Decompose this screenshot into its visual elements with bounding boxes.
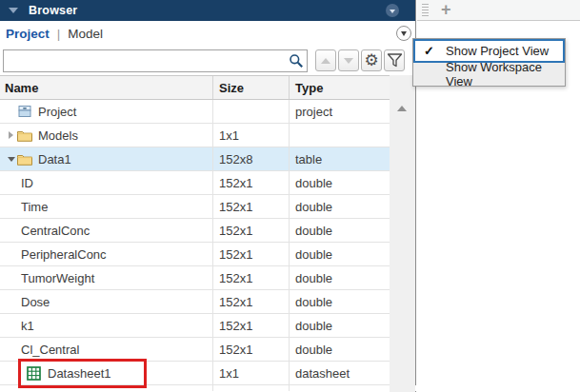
size-cell: 152x1 <box>213 290 290 313</box>
size-cell: 152x1 <box>213 338 290 361</box>
browser-panel: Browser Project | Model ⚙ <box>0 0 416 392</box>
search-box <box>3 49 308 72</box>
partial-row <box>0 385 416 391</box>
chevron-down-icon <box>401 31 407 36</box>
table-row[interactable]: Project project <box>0 100 390 124</box>
table-row[interactable]: Models 1x1 <box>0 124 390 147</box>
table-row[interactable]: Data1 152x8 table <box>0 147 390 171</box>
name-cell: TumorWeight <box>0 266 213 289</box>
drag-grip-icon[interactable] <box>422 4 429 16</box>
folder-icon <box>17 129 33 142</box>
name-cell: k1 <box>0 314 213 337</box>
row-name: PeripheralConc <box>21 247 107 262</box>
filter-icon <box>387 52 403 69</box>
search-icon <box>289 53 304 69</box>
tab-separator: | <box>57 27 61 41</box>
add-tab-button[interactable]: + <box>441 1 451 18</box>
arrow-down-icon <box>344 58 353 64</box>
tab-project[interactable]: Project <box>6 27 50 41</box>
row-name: Time <box>21 200 48 214</box>
type-cell: double <box>290 171 390 194</box>
checkmark-icon: ✓ <box>424 44 446 58</box>
project-icon <box>17 105 33 118</box>
row-name: Data1 <box>38 152 71 167</box>
size-cell: 152x1 <box>213 266 290 289</box>
type-cell: double <box>290 266 390 289</box>
view-options-dropdown-button[interactable] <box>396 26 411 41</box>
size-cell: 152x8 <box>213 147 290 170</box>
size-cell: 152x1 <box>213 195 290 218</box>
folder-icon <box>17 153 33 166</box>
type-cell: double <box>290 195 390 218</box>
table-row[interactable]: CentralConc 152x1 double <box>0 219 390 243</box>
search-input[interactable] <box>3 49 308 72</box>
table-row[interactable]: Dose 152x1 double <box>0 290 390 314</box>
name-cell: CentralConc <box>0 219 213 242</box>
name-cell: Cl_Central <box>0 338 213 361</box>
expand-arrow-icon[interactable] <box>9 131 13 139</box>
table-row[interactable]: Datasheet1 1x1 datasheet <box>0 362 390 385</box>
menu-item[interactable]: Show Workspace View <box>413 63 565 86</box>
scroll-up-icon[interactable] <box>397 106 407 111</box>
move-down-button[interactable] <box>338 49 359 71</box>
row-name: Cl_Central <box>21 343 79 357</box>
size-cell: 1x1 <box>213 362 290 384</box>
type-cell: double <box>290 290 390 313</box>
panel-menu-button[interactable] <box>386 4 399 17</box>
row-name: Datasheet1 <box>48 366 111 381</box>
filter-button[interactable] <box>384 49 405 71</box>
name-cell: PeripheralConc <box>0 243 213 265</box>
expander-slot <box>5 157 17 162</box>
table-row[interactable]: ID 152x1 double <box>0 171 390 195</box>
panel-title: Browser <box>29 4 77 17</box>
type-cell: project <box>290 100 390 123</box>
tab-model[interactable]: Model <box>68 27 103 41</box>
column-header-size[interactable]: Size <box>213 76 290 99</box>
arrow-up-icon <box>321 58 330 64</box>
menu-item-label: Show Project View <box>446 44 549 58</box>
type-cell: double <box>290 338 390 361</box>
size-cell: 152x1 <box>213 171 290 194</box>
row-name: k1 <box>21 319 34 333</box>
name-cell: Datasheet1 <box>0 362 213 384</box>
name-cell: Project <box>0 100 213 123</box>
row-name: Project <box>38 105 76 119</box>
row-name: ID <box>21 176 33 190</box>
type-cell: double <box>290 219 390 242</box>
column-header-type[interactable]: Type <box>290 76 390 99</box>
collapse-arrow-icon[interactable] <box>8 157 15 162</box>
collapse-panel-icon[interactable] <box>9 8 18 13</box>
name-cell: Data1 <box>0 147 213 170</box>
expander-slot <box>5 131 17 139</box>
chevron-down-icon <box>390 10 395 13</box>
type-cell <box>290 124 390 147</box>
row-name: Models <box>38 128 78 143</box>
vertical-scrollbar[interactable] <box>390 75 415 392</box>
view-options-menu: ✓ Show Project View Show Workspace View <box>412 38 566 87</box>
row-name: CentralConc <box>21 224 90 238</box>
menu-item-label: Show Workspace View <box>446 60 565 88</box>
datasheet-icon <box>27 366 43 381</box>
size-cell: 1x1 <box>213 124 290 147</box>
table-row[interactable]: TumorWeight 152x1 double <box>0 266 390 290</box>
table-row[interactable]: k1 152x1 double <box>0 314 390 338</box>
column-header-name[interactable]: Name <box>0 76 213 99</box>
search-toolbar: ⚙ <box>0 46 415 75</box>
type-cell: datasheet <box>290 362 390 384</box>
name-cell: Time <box>0 195 213 218</box>
name-cell: Dose <box>0 290 213 313</box>
size-cell: 152x1 <box>213 243 290 265</box>
settings-button[interactable]: ⚙ <box>361 49 382 71</box>
table-row[interactable]: PeripheralConc 152x1 double <box>0 243 390 266</box>
size-cell: 152x1 <box>213 314 290 337</box>
row-name: Dose <box>21 295 50 309</box>
move-up-button[interactable] <box>315 49 336 71</box>
table-row[interactable]: Time 152x1 double <box>0 195 390 219</box>
document-tabbar: + <box>417 0 580 21</box>
type-cell: double <box>290 243 390 265</box>
table-row[interactable]: Cl_Central 152x1 double <box>0 338 390 362</box>
size-cell: 152x1 <box>213 219 290 242</box>
gear-icon: ⚙ <box>364 52 378 69</box>
panel-titlebar: Browser <box>0 0 415 21</box>
table-body: Project project Models 1x1 Data1 152x8 t… <box>0 100 390 385</box>
